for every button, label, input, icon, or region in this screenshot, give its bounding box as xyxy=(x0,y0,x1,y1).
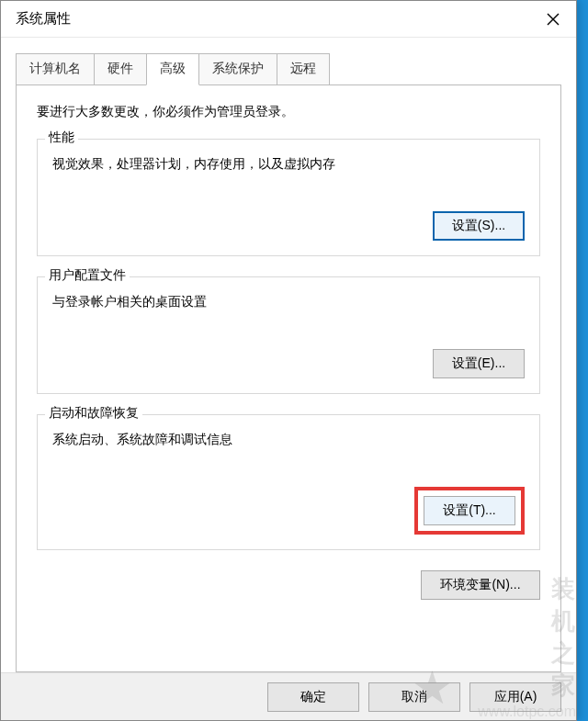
group-title-performance: 性能 xyxy=(45,130,78,146)
tab-remote[interactable]: 远程 xyxy=(277,53,330,85)
group-performance: 性能 视觉效果，处理器计划，内存使用，以及虚拟内存 设置(S)... xyxy=(37,139,540,256)
tab-system-protection[interactable]: 系统保护 xyxy=(198,53,277,85)
ok-button[interactable]: 确定 xyxy=(267,682,359,712)
window-title: 系统属性 xyxy=(16,10,71,28)
titlebar: 系统属性 xyxy=(1,1,576,38)
group-desc-user-profiles: 与登录帐户相关的桌面设置 xyxy=(52,294,525,310)
highlight-box: 设置(T)... xyxy=(414,487,525,535)
close-icon xyxy=(547,13,560,26)
tab-content-advanced: 要进行大多数更改，你必须作为管理员登录。 性能 视觉效果，处理器计划，内存使用，… xyxy=(16,84,561,672)
group-title-user-profiles: 用户配置文件 xyxy=(45,267,130,284)
group-startup-recovery: 启动和故障恢复 系统启动、系统故障和调试信息 设置(T)... xyxy=(37,414,540,550)
tabs-area: 计算机名 硬件 高级 系统保护 远程 要进行大多数更改，你必须作为管理员登录。 … xyxy=(1,38,576,672)
admin-note: 要进行大多数更改，你必须作为管理员登录。 xyxy=(37,104,540,120)
apply-button[interactable]: 应用(A) xyxy=(469,682,561,712)
close-button[interactable] xyxy=(530,2,576,37)
cancel-button[interactable]: 取消 xyxy=(368,682,460,712)
group-desc-startup-recovery: 系统启动、系统故障和调试信息 xyxy=(52,432,525,448)
startup-recovery-settings-button[interactable]: 设置(T)... xyxy=(424,496,515,525)
group-user-profiles: 用户配置文件 与登录帐户相关的桌面设置 设置(E)... xyxy=(37,276,540,394)
group-desc-performance: 视觉效果，处理器计划，内存使用，以及虚拟内存 xyxy=(52,156,525,173)
environment-variables-button[interactable]: 环境变量(N)... xyxy=(421,570,540,600)
user-profiles-settings-button[interactable]: 设置(E)... xyxy=(433,349,525,378)
tab-computer-name[interactable]: 计算机名 xyxy=(16,53,95,85)
tab-strip: 计算机名 硬件 高级 系统保护 远程 xyxy=(16,53,561,85)
tab-advanced[interactable]: 高级 xyxy=(146,53,199,85)
system-properties-dialog: 系统属性 计算机名 硬件 高级 系统保护 远程 要进行大多数更改，你必须作为管理… xyxy=(0,0,577,721)
group-title-startup-recovery: 启动和故障恢复 xyxy=(45,405,142,422)
performance-settings-button[interactable]: 设置(S)... xyxy=(433,211,525,241)
dialog-button-bar: 确定 取消 应用(A) xyxy=(1,672,576,720)
tab-hardware[interactable]: 硬件 xyxy=(94,53,147,85)
